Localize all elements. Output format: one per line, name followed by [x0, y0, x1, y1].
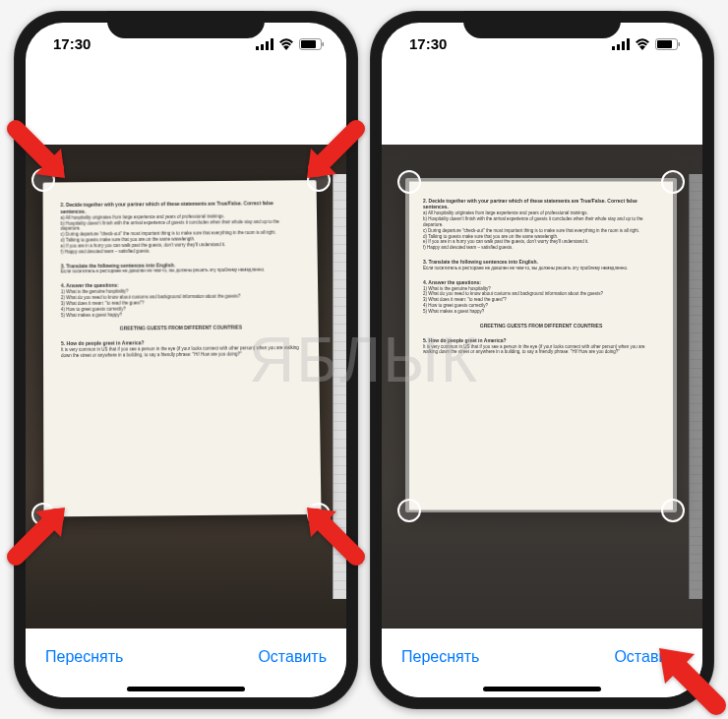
notch: [463, 11, 621, 38]
header-blank: [26, 66, 346, 145]
svg-rect-5: [301, 40, 316, 48]
header-blank: [382, 66, 702, 145]
crop-handle-tr[interactable]: [307, 168, 331, 192]
retake-button[interactable]: Переснять: [401, 648, 479, 666]
keyboard-edge: [333, 174, 346, 599]
home-indicator[interactable]: [127, 687, 245, 691]
svg-rect-0: [256, 46, 259, 50]
svg-rect-8: [617, 44, 620, 50]
scan-preview[interactable]: 2. Decide together with your partner whi…: [26, 145, 346, 629]
crop-handle-bl[interactable]: [397, 499, 421, 522]
retake-button[interactable]: Переснять: [45, 648, 123, 666]
crop-frame[interactable]: [43, 180, 319, 514]
crop-handle-br[interactable]: [307, 503, 331, 526]
signal-icon: [256, 38, 273, 50]
crop-frame[interactable]: [409, 182, 673, 510]
battery-icon: [299, 38, 325, 50]
phone-mockup-left: 17:30 2. Decide together with your partn…: [14, 11, 358, 709]
home-indicator[interactable]: [483, 687, 601, 691]
crop-handle-tr[interactable]: [661, 170, 685, 194]
svg-rect-7: [612, 46, 615, 50]
svg-rect-6: [323, 42, 325, 46]
status-time: 17:30: [53, 35, 91, 52]
crop-handle-bl[interactable]: [31, 503, 55, 526]
svg-rect-10: [627, 38, 630, 50]
crop-handle-tl[interactable]: [31, 168, 55, 192]
phone-mockup-right: 17:30 2. Decide together with your partn…: [370, 11, 714, 709]
svg-rect-13: [679, 42, 681, 46]
scan-preview[interactable]: 2. Decide together with your partner whi…: [382, 145, 702, 629]
wifi-icon: [278, 38, 294, 50]
screen-left: 17:30 2. Decide together with your partn…: [26, 23, 346, 697]
screen-right: 17:30 2. Decide together with your partn…: [382, 23, 702, 697]
status-time: 17:30: [409, 35, 447, 52]
keep-button[interactable]: Оставить: [258, 648, 327, 666]
wifi-icon: [635, 38, 650, 50]
svg-rect-3: [271, 38, 273, 50]
crop-handle-br[interactable]: [661, 499, 685, 522]
battery-icon: [655, 38, 681, 50]
svg-rect-1: [261, 44, 264, 50]
notch: [107, 11, 265, 38]
crop-handle-tl[interactable]: [397, 170, 421, 194]
keep-button[interactable]: Оставить: [614, 648, 683, 666]
svg-rect-9: [622, 41, 625, 50]
signal-icon: [612, 38, 630, 50]
svg-rect-12: [657, 40, 672, 48]
svg-rect-2: [266, 41, 269, 50]
